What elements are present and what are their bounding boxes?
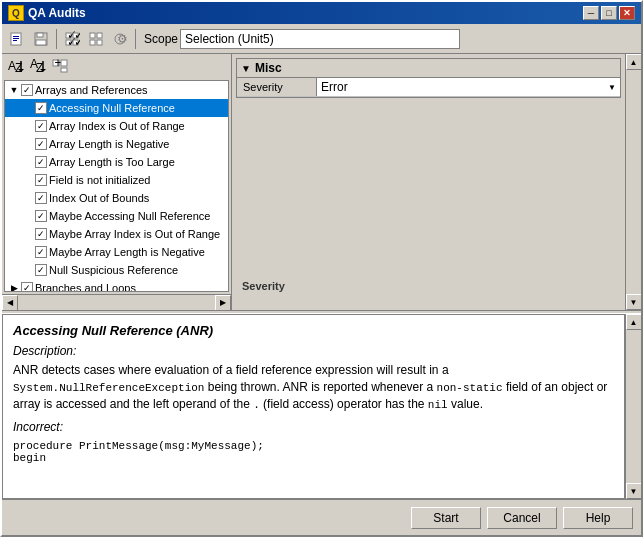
uncheck-all-button[interactable] [85,28,107,50]
scope-dropdown-wrapper: Selection (Unit5) [180,29,460,49]
props-footer-label: Severity [236,276,621,306]
expand-icon-branches[interactable]: ▶ [7,281,21,292]
expand-all-button[interactable]: + [50,57,70,75]
titlebar: Q QA Audits ─ □ ✕ [2,2,641,24]
right-panel: ▼ Misc Severity Error ▼ Severity [232,54,641,310]
options-button[interactable]: ⚙ [109,28,131,50]
props-row-severity: Severity Error ▼ [237,78,620,97]
desc-title: Accessing Null Reference (ANR) [13,323,614,338]
item-7-label: Maybe Array Index is Out of Range [49,226,220,242]
item-2-checkbox[interactable] [35,138,47,150]
minimize-button[interactable]: ─ [583,6,599,20]
scroll-left-btn[interactable]: ◀ [2,295,18,311]
severity-dropdown-arrow[interactable]: ▼ [608,83,616,92]
expand-spacer [21,263,35,277]
scroll-down-btn[interactable]: ▼ [626,294,642,310]
left-panel: AZ AZ + ▼ Arrays and References [2,54,232,310]
desc-subtitle: Description: [13,344,614,358]
tree-item-7[interactable]: Maybe Array Index is Out of Range [5,225,228,243]
scope-dropdown[interactable]: Selection (Unit5) [180,29,460,49]
item-6-checkbox[interactable] [35,210,47,222]
item-8-label: Maybe Array Length is Negative [49,244,205,260]
svg-rect-17 [90,40,95,45]
item-5-label: Index Out of Bounds [49,190,149,206]
h-scrollbar[interactable]: ◀ ▶ [2,294,231,310]
tree-item-3[interactable]: Array Length is Too Large [5,153,228,171]
root-label: Arrays and References [35,82,148,98]
tree-container: ▼ Arrays and References Accessing Null R… [4,80,229,292]
sort-asc-button[interactable]: AZ [6,57,26,75]
expand-spacer [21,119,35,133]
item-1-checkbox[interactable] [35,120,47,132]
item-1-label: Array Index is Out of Range [49,118,185,134]
start-button[interactable]: Start [411,507,481,529]
right-inner: ▼ Misc Severity Error ▼ Severity [232,54,641,310]
item-9-label: Null Suspicious Reference [49,262,178,278]
main-content: AZ AZ + ▼ Arrays and References [2,54,641,310]
toolbar-separator-2 [135,29,136,49]
item-3-label: Array Length is Too Large [49,154,175,170]
scroll-right-btn[interactable]: ▶ [215,295,231,311]
item-5-checkbox[interactable] [35,192,47,204]
bottom-bar: Start Cancel Help [2,499,641,535]
toolbar-separator-1 [56,29,57,49]
item-9-checkbox[interactable] [35,264,47,276]
desc-scrollbar[interactable]: ▲ ▼ [625,314,641,499]
item-3-checkbox[interactable] [35,156,47,168]
props-value-severity[interactable]: Error ▼ [317,78,620,96]
desc-incorrect-label: Incorrect: [13,420,614,434]
svg-text:+: + [55,59,62,70]
tree-item-1[interactable]: Array Index is Out of Range [5,117,228,135]
tree-item-0[interactable]: Accessing Null Reference [5,99,228,117]
props-header: ▼ Misc [237,59,620,78]
scope-label: Scope [144,32,178,46]
scroll-up-btn[interactable]: ▲ [626,54,642,70]
item-8-checkbox[interactable] [35,246,47,258]
sort-desc-button[interactable]: AZ [28,57,48,75]
tree-item-2[interactable]: Array Length is Negative [5,135,228,153]
code-nonstatic: non-static [437,382,503,394]
expand-spacer [21,227,35,241]
branches-checkbox[interactable] [21,282,33,292]
svg-rect-16 [97,33,102,38]
expand-spacer [21,137,35,151]
svg-rect-1 [13,36,19,37]
item-6-label: Maybe Accessing Null Reference [49,208,210,224]
svg-text:✓: ✓ [74,35,81,47]
tree-root-node[interactable]: ▼ Arrays and References [5,81,228,99]
tree-item-5[interactable]: Index Out of Bounds [5,189,228,207]
item-0-checkbox[interactable] [35,102,47,114]
item-7-checkbox[interactable] [35,228,47,240]
root-checkbox[interactable] [21,84,33,96]
help-button[interactable]: Help [563,507,633,529]
expand-spacer [21,191,35,205]
props-empty [236,98,621,276]
check-all-button[interactable]: ✓✓✓✓ [61,28,83,50]
desc-scroll-down[interactable]: ▼ [626,483,642,499]
right-scrollbar[interactable]: ▲ ▼ [625,54,641,310]
expand-spacer [21,173,35,187]
tree-item-6[interactable]: Maybe Accessing Null Reference [5,207,228,225]
expand-icon[interactable]: ▼ [7,83,21,97]
maximize-button[interactable]: □ [601,6,617,20]
tree-node-branches[interactable]: ▶ Branches and Loops [5,279,228,292]
svg-rect-3 [13,40,17,41]
svg-rect-32 [61,68,67,72]
tree-item-4[interactable]: Field is not initialized [5,171,228,189]
svg-rect-15 [90,33,95,38]
save-button[interactable] [30,28,52,50]
new-button[interactable] [6,28,28,50]
item-0-label: Accessing Null Reference [49,100,175,116]
branches-label: Branches and Loops [35,280,136,292]
svg-rect-6 [36,40,46,45]
close-button[interactable]: ✕ [619,6,635,20]
item-2-label: Array Length is Negative [49,136,169,152]
app-icon: Q [8,5,24,21]
tree-item-9[interactable]: Null Suspicious Reference [5,261,228,279]
code-nil: nil [428,399,448,411]
item-4-checkbox[interactable] [35,174,47,186]
cancel-button[interactable]: Cancel [487,507,557,529]
tree-item-8[interactable]: Maybe Array Length is Negative [5,243,228,261]
desc-scroll-up[interactable]: ▲ [626,314,642,330]
titlebar-left: Q QA Audits [8,5,86,21]
